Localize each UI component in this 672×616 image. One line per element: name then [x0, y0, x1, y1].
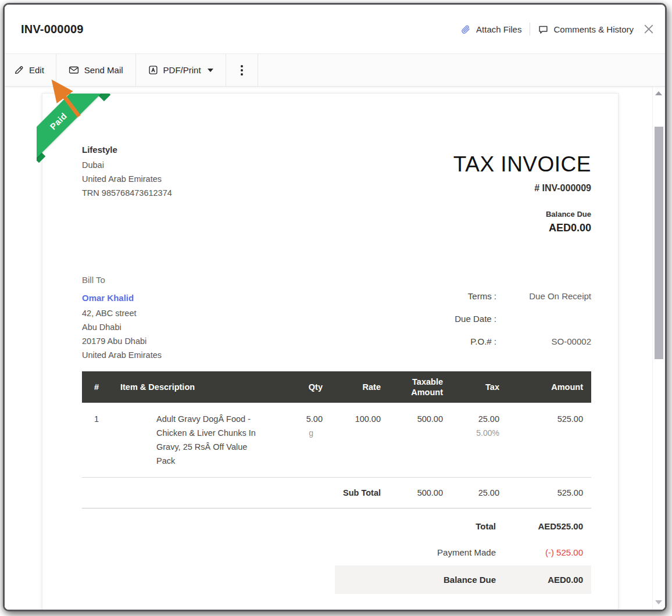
invoice-preview-pane: Paid Lifestyle Dubai United Arab Emirate…: [5, 87, 665, 610]
terms-value: Due On Receipt: [496, 291, 591, 301]
item-rate: 100.00: [331, 403, 389, 478]
pdf-file-icon: [148, 65, 158, 75]
vertical-scrollbar: [652, 87, 665, 610]
po-number-label: P.O.# :: [470, 336, 496, 346]
col-header-amount: Amount: [507, 371, 591, 403]
due-date-label: Due Date :: [455, 314, 496, 324]
customer-link[interactable]: Omar Khalid: [82, 293, 162, 303]
po-number-value: SO-00002: [496, 336, 591, 346]
meta-row-due-date: Due Date :: [455, 314, 591, 324]
more-options-button[interactable]: [226, 54, 258, 86]
document-head: TAX INVOICE # INV-000009 Balance Due AED…: [453, 152, 591, 234]
total-row: Total AED525.00: [476, 513, 591, 539]
col-header-qty: Qty: [273, 371, 331, 403]
toolbar: Edit Send Mail PDF/Print: [5, 54, 665, 87]
kebab-dot: [241, 73, 243, 76]
col-header-item: Item & Description: [111, 371, 273, 403]
subtotal-row: Sub Total 500.00 25.00 525.00: [82, 478, 591, 508]
balance-due-value: AED0.00: [453, 222, 591, 234]
bill-to-block: Bill To Omar Khalid 42, ABC street Abu D…: [82, 275, 162, 362]
comments-history-label: Comments & History: [553, 24, 634, 34]
balance-due-block: Balance Due AED0.00: [453, 210, 591, 234]
col-header-rate: Rate: [331, 371, 389, 403]
totals-section: Total AED525.00 Payment Made (-) 525.00 …: [82, 513, 591, 594]
payment-made-label: Payment Made: [437, 547, 496, 557]
kebab-dot: [241, 65, 243, 67]
scroll-down-arrow-icon[interactable]: [655, 600, 662, 604]
header-divider: [530, 23, 530, 35]
line-items-table: # Item & Description Qty Rate Taxable Am…: [82, 371, 591, 508]
seller-trn: TRN 985768473612374: [82, 186, 172, 200]
invoice-meta: Terms : Due On Receipt Due Date : P.O.# …: [455, 291, 591, 362]
item-number: 1: [82, 403, 111, 478]
paperclip-icon: [461, 24, 471, 34]
subtotal-amount: 525.00: [507, 478, 591, 508]
table-row: 1 Adult Gravy DogÂ Food - Chicken & Live…: [82, 403, 591, 478]
col-header-tax: Tax: [451, 371, 507, 403]
item-amount: 525.00: [507, 403, 591, 478]
customer-address-line: Abu Dhabi: [82, 320, 162, 334]
scrollbar-thumb[interactable]: [655, 127, 663, 359]
subtotal-tax: 25.00: [451, 478, 507, 508]
invoice-number: # INV-000009: [453, 183, 591, 194]
item-taxable-amount: 500.00: [389, 403, 451, 478]
seller-city: Dubai: [82, 158, 172, 172]
item-tax: 25.00: [451, 412, 499, 426]
balance-due-row: Balance Due AED0.00: [335, 565, 591, 594]
terms-label: Terms :: [468, 291, 496, 301]
payment-made-value: (-) 525.00: [496, 547, 583, 557]
comments-history-button[interactable]: Comments & History: [538, 24, 634, 34]
item-description: Adult Gravy DogÂ Food - Chicken & Liver …: [156, 412, 264, 468]
meta-row-terms: Terms : Due On Receipt: [455, 291, 591, 301]
subtotal-label: Sub Total: [331, 478, 389, 508]
attach-files-label: Attach Files: [476, 24, 521, 34]
customer-address-line: 20179 Abu Dhabi: [82, 334, 162, 348]
pdf-print-button[interactable]: PDF/Print: [136, 54, 226, 86]
meta-row-po: P.O.# : SO-00002: [455, 336, 591, 346]
scroll-up-arrow-icon[interactable]: [655, 91, 662, 95]
close-icon: [644, 24, 653, 34]
balance-due-row-label: Balance Due: [444, 575, 496, 585]
chevron-down-icon: [208, 69, 213, 72]
seller-country: United Arab Emirates: [82, 172, 172, 186]
invoice-detail-window: INV-000009 Attach Files Comments & Histo…: [3, 3, 667, 611]
send-mail-label: Send Mail: [84, 65, 123, 75]
item-qty: 5.00: [273, 412, 323, 426]
pdf-print-label: PDF/Print: [163, 65, 201, 75]
app-header: INV-000009 Attach Files Comments & Histo…: [5, 5, 665, 54]
seller-block: Lifestyle Dubai United Arab Emirates TRN…: [82, 145, 172, 234]
comment-bubble-icon: [538, 24, 548, 34]
payment-made-row: Payment Made (-) 525.00: [437, 539, 591, 565]
pencil-icon: [14, 65, 24, 75]
seller-name: Lifestyle: [82, 145, 172, 155]
col-header-num: #: [82, 371, 111, 403]
col-header-taxable: Taxable Amount: [389, 371, 451, 403]
item-unit: g: [273, 426, 323, 440]
item-tax-rate: 5.00%: [451, 426, 499, 440]
subtotal-taxable: 500.00: [389, 478, 451, 508]
table-header-row: # Item & Description Qty Rate Taxable Am…: [82, 371, 591, 403]
customer-address-line: 42, ABC street: [82, 306, 162, 320]
send-mail-button[interactable]: Send Mail: [56, 54, 136, 86]
edit-label: Edit: [29, 65, 44, 75]
total-value: AED525.00: [496, 521, 583, 531]
balance-due-label: Balance Due: [453, 210, 591, 219]
edit-button[interactable]: Edit: [5, 54, 56, 86]
attach-files-button[interactable]: Attach Files: [461, 24, 521, 34]
customer-address-line: United Arab Emirates: [82, 348, 162, 362]
close-button[interactable]: [644, 24, 653, 34]
balance-due-row-value: AED0.00: [496, 575, 583, 585]
invoice-paper: Paid Lifestyle Dubai United Arab Emirate…: [42, 93, 619, 610]
total-label: Total: [476, 521, 496, 531]
header-actions: Attach Files Comments & History: [461, 23, 653, 35]
kebab-dot: [241, 69, 243, 71]
document-title: TAX INVOICE: [453, 152, 591, 177]
page-title: INV-000009: [21, 23, 84, 36]
bill-to-label: Bill To: [82, 275, 162, 285]
envelope-icon: [69, 65, 79, 75]
